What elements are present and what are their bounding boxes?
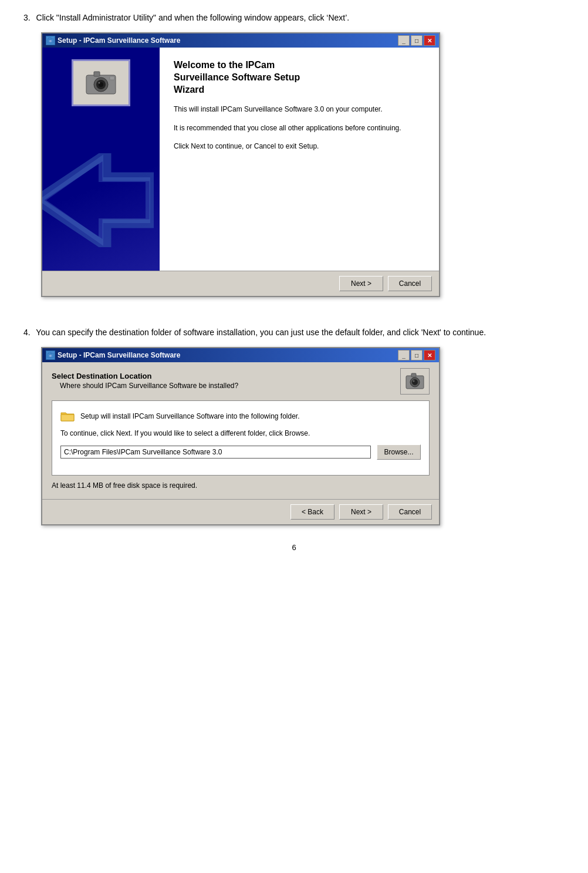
svg-rect-8 [94,72,100,76]
setup-window-2: Setup - IPCam Surveillance Software _ □ … [41,347,440,525]
window-body-1: Welcome to the IPCamSurveillance Softwar… [42,48,439,271]
title-bar-2: Setup - IPCam Surveillance Software _ □ … [42,348,439,362]
camera-icon-box [72,59,130,106]
title-bar-controls-1: _ □ ✕ [398,35,435,46]
title-bar-controls-2: _ □ ✕ [398,350,435,360]
svg-point-2 [49,40,52,42]
install-icon [403,371,427,392]
svg-rect-19 [411,373,416,377]
app-icon-2 [46,350,55,360]
inner-text-1: Setup will install IPCam Surveillance So… [80,411,421,422]
minimize-button-2[interactable]: _ [398,350,410,360]
title-bar-1: Setup - IPCam Surveillance Software _ □ … [42,33,439,48]
step-3: 3. Click "Install Administrator Utility"… [23,12,565,297]
right-panel-1: Welcome to the IPCamSurveillance Softwar… [160,48,439,271]
path-row: Browse... [60,444,421,460]
restore-button-1[interactable]: □ [411,35,423,46]
svg-point-17 [412,379,418,385]
folder-icon [60,410,75,422]
left-panel-1 [42,48,160,271]
diskspace-text: At least 11.4 MB of free disk space is r… [52,481,430,490]
welcome-heading: Welcome to the IPCamSurveillance Softwar… [174,59,427,96]
svg-marker-11 [42,159,148,241]
cancel-button-1[interactable]: Cancel [388,276,432,291]
path-input[interactable] [60,446,371,459]
svg-point-7 [99,82,100,84]
folder-info-row: Setup will install IPCam Surveillance So… [60,410,421,422]
back-button-2[interactable]: < Back [290,504,334,520]
minimize-button-1[interactable]: _ [398,35,410,46]
title-bar-left-2: Setup - IPCam Surveillance Software [46,350,180,360]
svg-rect-13 [49,352,51,354]
step-4-main-text: You can specify the destination folder o… [36,328,486,337]
next-button-2[interactable]: Next > [339,504,383,520]
step-gap [23,315,565,326]
window-title-2: Setup - IPCam Surveillance Software [58,351,180,359]
title-bar-left-1: Setup - IPCam Surveillance Software [46,36,180,45]
next-button-1[interactable]: Next > [339,276,383,291]
close-button-2[interactable]: ✕ [424,350,435,360]
close-button-1[interactable]: ✕ [424,35,435,46]
browse-button[interactable]: Browse... [377,444,421,460]
window-body-2: Select Destination Location Where should… [42,362,439,499]
window-footer-2: < Back Next > Cancel [42,499,439,524]
svg-rect-1 [49,38,51,39]
page-number: 6 [23,543,565,552]
inner-text-2: To continue, click Next. If you would li… [60,428,421,439]
section-icon [400,368,430,395]
inner-panel: Setup will install IPCam Surveillance So… [52,400,430,476]
section-title: Select Destination Location [52,372,238,380]
svg-point-18 [413,380,415,382]
window-title-1: Setup - IPCam Surveillance Software [58,36,180,45]
svg-marker-10 [42,153,154,247]
window-footer-1: Next > Cancel [42,271,439,296]
cancel-button-2[interactable]: Cancel [388,504,432,520]
section-header: Select Destination Location Where should… [52,372,238,390]
step-3-text: 3. Click "Install Administrator Utility"… [23,12,565,24]
welcome-body: This will install IPCam Surveillance Sof… [174,104,427,152]
restore-button-2[interactable]: □ [411,350,423,360]
folder-svg [60,410,75,422]
camera-svg [83,68,119,97]
section-subtitle: Where should IPCam Surveillance Software… [60,382,238,390]
svg-point-14 [49,355,52,357]
svg-rect-20 [61,414,74,421]
step-4-text: 4. You can specify the destination folde… [23,326,565,339]
app-icon-1 [46,36,55,45]
svg-rect-9 [110,76,114,80]
arrow-decor [42,153,154,247]
step-4: 4. You can specify the destination folde… [23,326,565,525]
header-row: Select Destination Location Where should… [52,372,430,395]
setup-window-1: Setup - IPCam Surveillance Software _ □ … [41,32,440,297]
